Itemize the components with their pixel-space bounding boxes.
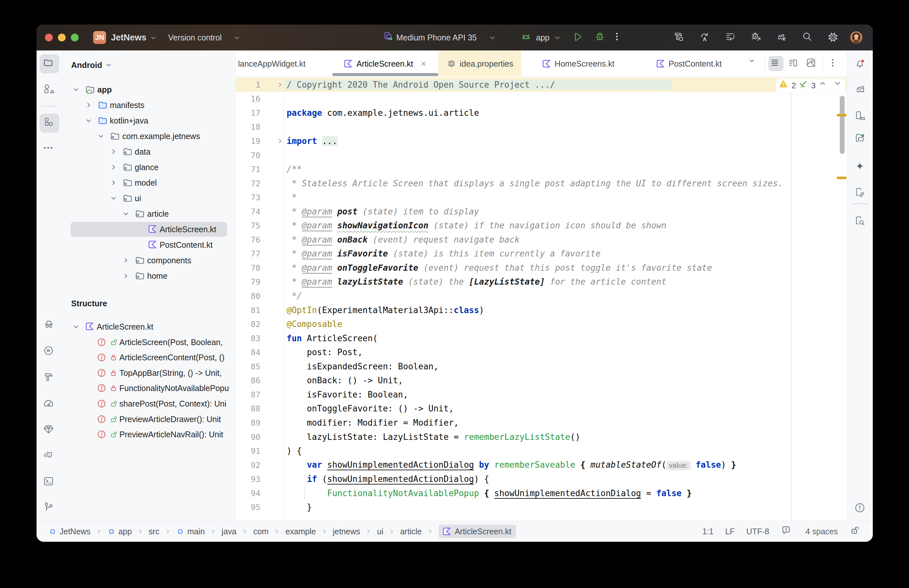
code-line-86[interactable]: onBack: () -> Unit,: [236, 373, 847, 388]
code-line-74[interactable]: * @param post (state) item to display: [236, 204, 847, 219]
device-mirror-icon[interactable]: [854, 187, 867, 200]
next-problem-icon[interactable]: [833, 79, 846, 92]
breadcrumb-example[interactable]: example: [285, 527, 316, 536]
build-icon[interactable]: [43, 371, 56, 384]
tree-item-glance[interactable]: glance: [62, 160, 235, 174]
fold-marker-icon[interactable]: [277, 138, 283, 144]
code-viewport[interactable]: / Copyright 2020 The Android Open Source…: [236, 78, 847, 521]
code-line-85[interactable]: isExpandedScreen: Boolean,: [236, 359, 847, 373]
breadcrumb-java[interactable]: java: [221, 527, 236, 536]
breadcrumb-jetnews[interactable]: JetNews: [48, 527, 90, 536]
tree-item-home[interactable]: home: [62, 268, 235, 283]
code-line-83[interactable]: fun ArticleScreen(: [236, 331, 847, 346]
inspections-widget[interactable]: 2 3: [777, 79, 845, 93]
preview-image-icon[interactable]: [806, 57, 819, 70]
editor-kebab-icon[interactable]: [827, 57, 840, 70]
problems-icon[interactable]: [854, 502, 867, 515]
structure-file-row[interactable]: ArticleScreen.kt: [62, 319, 235, 334]
gradle-sync-icon[interactable]: [775, 31, 788, 44]
chevron-right-icon[interactable]: [85, 102, 92, 109]
version-control-icon[interactable]: [43, 501, 56, 514]
code-line-82[interactable]: @Composable: [236, 317, 847, 331]
tree-item-ui[interactable]: ui: [62, 191, 235, 206]
caret-position[interactable]: 1:1: [702, 527, 714, 536]
run-config-selector[interactable]: app: [536, 33, 550, 42]
chevron-right-icon[interactable]: [110, 179, 117, 186]
chevron-down-icon[interactable]: [97, 132, 105, 140]
code-line-91[interactable]: ) {: [236, 444, 847, 458]
line-separator[interactable]: LF: [725, 527, 735, 536]
code-line-71[interactable]: /**: [236, 162, 847, 176]
chevron-down-icon[interactable]: [73, 86, 79, 93]
code-line-76[interactable]: * @param onBack (event) request navigate…: [236, 233, 847, 247]
resource-manager-icon[interactable]: [43, 83, 56, 96]
code-line-72[interactable]: * Stateless Article Screen that displays…: [236, 176, 847, 191]
running-devices-icon[interactable]: [854, 132, 867, 145]
avatar[interactable]: [850, 31, 863, 44]
code-line-18[interactable]: [236, 120, 847, 134]
panel-splitter[interactable]: [62, 288, 235, 288]
tree-item-postcontent-kt[interactable]: PostContent.kt: [62, 237, 235, 252]
prev-problem-icon[interactable]: [819, 79, 832, 92]
breadcrumb-com[interactable]: com: [253, 527, 268, 536]
tree-item-interests[interactable]: interests: [62, 284, 235, 288]
tree-item-data[interactable]: data: [62, 144, 235, 159]
code-line-79[interactable]: * @param lazyListState (state) the [Lazy…: [236, 275, 847, 289]
tree-item-articlescreen-kt[interactable]: ArticleScreen.kt: [62, 222, 235, 237]
structure-item[interactable]: f sharePost(Post, Context): Uni: [62, 396, 235, 411]
warning-stripe-mark[interactable]: [837, 177, 846, 179]
close-tab-icon[interactable]: [420, 60, 427, 68]
structure-item[interactable]: f ArticleScreenContent(Post, (): [62, 350, 235, 365]
code-line-87[interactable]: isFavorite: Boolean,: [236, 388, 847, 402]
build-variants-icon[interactable]: [724, 31, 737, 44]
menu-version-control[interactable]: Version control: [168, 33, 221, 42]
tree-item-com-example-jetnews[interactable]: com.example.jetnews: [62, 129, 235, 144]
code-line-19[interactable]: import ...: [236, 134, 847, 148]
structure-item[interactable]: f PreviewArticleNavRail(): Unit: [62, 427, 235, 442]
more-tool-windows-icon[interactable]: [43, 142, 56, 155]
app-inspection-icon[interactable]: [43, 319, 56, 332]
chevron-down-icon[interactable]: [110, 195, 117, 202]
tree-item-components[interactable]: components: [62, 253, 235, 268]
logcat-icon[interactable]: [43, 450, 56, 463]
device-explorer-icon[interactable]: [854, 215, 867, 228]
code-line-95[interactable]: }: [236, 500, 847, 515]
code-line-17[interactable]: package com.example.jetnews.ui.article: [236, 106, 847, 120]
code-line-1[interactable]: / Copyright 2020 The Android Open Source…: [236, 78, 847, 92]
code-line-70[interactable]: [236, 148, 847, 162]
apply-changes-icon[interactable]: A: [698, 31, 711, 44]
gradle-icon[interactable]: [854, 83, 867, 96]
more-actions-icon[interactable]: [611, 31, 624, 44]
breadcrumb-article[interactable]: article: [400, 527, 422, 536]
tree-item-model[interactable]: model: [62, 175, 235, 190]
tree-item-kotlin-java[interactable]: kotlin+java: [62, 113, 235, 128]
close-button[interactable]: [45, 34, 53, 41]
code-line-80[interactable]: */: [236, 289, 847, 303]
terminal-icon[interactable]: [43, 475, 56, 488]
tree-item-article[interactable]: article: [62, 206, 235, 221]
code-line-94[interactable]: FunctionalityNotAvailablePopup { showUni…: [236, 486, 847, 500]
settings-icon[interactable]: [827, 31, 840, 44]
run-button[interactable]: [572, 31, 584, 44]
debug-button[interactable]: [594, 31, 607, 44]
code-line-89[interactable]: modifier: Modifier = Modifier,: [236, 416, 847, 430]
breadcrumb-articlescreen-kt[interactable]: ArticleScreen.kt: [439, 525, 516, 538]
editor-scrollbar[interactable]: [840, 96, 844, 154]
chevron-down-icon[interactable]: [85, 117, 92, 124]
services-icon[interactable]: [43, 345, 56, 358]
warning-stripe-mark[interactable]: [837, 114, 846, 116]
code-line-73[interactable]: *: [236, 190, 847, 204]
code-line-81[interactable]: @OptIn(ExperimentalMaterial3Api::class): [236, 303, 847, 317]
device-selector[interactable]: Medium Phone API 35: [396, 33, 477, 42]
structure-item[interactable]: f FunctionalityNotAvailablePopu: [62, 381, 235, 396]
chevron-right-icon[interactable]: [110, 148, 117, 155]
code-line-93[interactable]: if (showUnimplementedActionDialog) {: [236, 472, 847, 486]
code-line-92[interactable]: var showUnimplementedActionDialog by rem…: [236, 458, 847, 472]
project-selector[interactable]: JetNews: [111, 33, 147, 43]
build-hammer-icon[interactable]: [673, 31, 685, 44]
breadcrumb-jetnews[interactable]: jetnews: [333, 527, 360, 536]
structure-item[interactable]: f TopAppBar(String, () -> Unit,: [62, 365, 235, 380]
tab-idea-properties[interactable]: idea.properties: [438, 50, 522, 77]
tree-item-app[interactable]: app: [62, 82, 235, 97]
hidden-tabs-chevron-icon[interactable]: [748, 57, 761, 70]
